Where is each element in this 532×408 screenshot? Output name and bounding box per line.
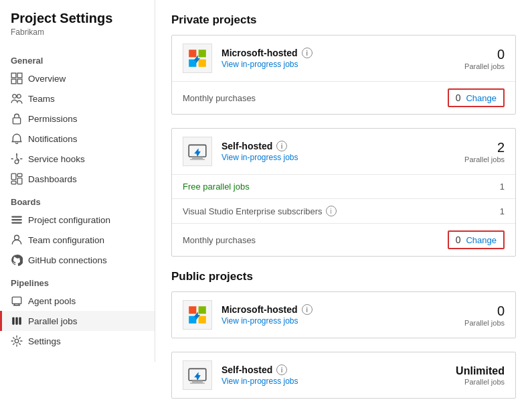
sidebar-item-dashboards[interactable]: Dashboards bbox=[0, 169, 155, 189]
private-microsoft-monthly-value: 0 bbox=[456, 92, 461, 103]
public-microsoft-info-icon[interactable]: i bbox=[302, 304, 313, 315]
private-self-view-link[interactable]: View in-progress jobs bbox=[221, 153, 298, 162]
private-self-vs-value: 1 bbox=[438, 206, 505, 216]
public-self-card: Self-hosted i View in-progress jobs Unli… bbox=[171, 352, 516, 399]
private-microsoft-info-icon[interactable]: i bbox=[302, 48, 313, 58]
sidebar-label-teams: Teams bbox=[28, 94, 55, 104]
sidebar-item-teams[interactable]: Teams bbox=[0, 88, 155, 109]
sidebar-item-service-hooks[interactable]: Service hooks bbox=[0, 149, 155, 169]
private-self-free-label: Free parallel jobs bbox=[183, 182, 438, 192]
sidebar-label-notifications: Notifications bbox=[28, 134, 78, 144]
public-self-stat: Unlimited Parallel jobs bbox=[438, 364, 505, 385]
private-microsoft-label: Parallel jobs bbox=[438, 62, 505, 70]
sidebar-label-github-connections: GitHub connections bbox=[28, 255, 107, 265]
private-self-info-icon[interactable]: i bbox=[276, 141, 287, 151]
private-self-free-value: 1 bbox=[438, 182, 505, 192]
private-microsoft-change-button[interactable]: Change bbox=[466, 93, 497, 103]
private-self-card: Self-hosted i View in-progress jobs 2 Pa… bbox=[171, 128, 516, 257]
sidebar-item-permissions[interactable]: Permissions bbox=[0, 109, 155, 129]
private-self-info: Self-hosted i View in-progress jobs bbox=[221, 141, 438, 162]
private-self-vs-label: Visual Studio Enterprise subscribers i bbox=[183, 206, 438, 216]
svg-rect-16 bbox=[12, 297, 21, 303]
section-general: General bbox=[0, 48, 155, 68]
project-settings-subtitle: Fabrikam bbox=[0, 27, 155, 48]
sidebar-item-project-configuration[interactable]: Project configuration bbox=[0, 210, 155, 230]
private-microsoft-name: Microsoft-hosted bbox=[221, 48, 298, 58]
public-microsoft-name: Microsoft-hosted bbox=[221, 304, 298, 315]
public-microsoft-stat: 0 Parallel jobs bbox=[438, 303, 505, 327]
private-self-monthly-label: Monthly purchases bbox=[183, 235, 448, 245]
private-self-free-row: Free parallel jobs 1 bbox=[172, 175, 515, 199]
private-self-change-button[interactable]: Change bbox=[466, 235, 497, 245]
agent-icon bbox=[11, 295, 23, 307]
sidebar-label-team-configuration: Team configuration bbox=[28, 235, 104, 245]
sidebar: Project Settings Fabrikam General Overvi… bbox=[0, 0, 155, 408]
public-microsoft-label: Parallel jobs bbox=[438, 319, 505, 327]
public-self-label: Parallel jobs bbox=[438, 378, 505, 386]
private-section-title: Private projects bbox=[171, 13, 516, 27]
lock-icon bbox=[11, 113, 23, 125]
private-self-name: Self-hosted bbox=[221, 141, 272, 151]
public-self-info-icon[interactable]: i bbox=[276, 364, 287, 375]
svg-point-20 bbox=[15, 339, 19, 343]
svg-rect-18 bbox=[15, 317, 17, 324]
svg-point-4 bbox=[13, 94, 17, 98]
private-microsoft-stat: 0 Parallel jobs bbox=[438, 46, 505, 70]
sidebar-label-dashboards: Dashboards bbox=[28, 174, 77, 184]
sidebar-item-overview[interactable]: Overview bbox=[0, 68, 155, 88]
sidebar-item-notifications[interactable]: Notifications bbox=[0, 129, 155, 149]
svg-rect-31 bbox=[199, 316, 206, 324]
svg-rect-23 bbox=[189, 60, 196, 67]
svg-rect-9 bbox=[17, 174, 22, 177]
svg-rect-19 bbox=[19, 317, 21, 324]
svg-rect-13 bbox=[11, 219, 22, 220]
private-self-stat: 2 Parallel jobs bbox=[438, 139, 505, 163]
sidebar-item-settings[interactable]: Settings bbox=[0, 331, 155, 351]
sidebar-item-github-connections[interactable]: GitHub connections bbox=[0, 250, 155, 270]
svg-rect-34 bbox=[190, 383, 205, 384]
public-self-icon bbox=[183, 360, 212, 390]
public-self-view-link[interactable]: View in-progress jobs bbox=[221, 377, 298, 386]
svg-rect-21 bbox=[189, 50, 196, 57]
private-microsoft-header-row: Microsoft-hosted i View in-progress jobs… bbox=[172, 36, 515, 82]
private-microsoft-card: Microsoft-hosted i View in-progress jobs… bbox=[171, 35, 516, 115]
svg-rect-1 bbox=[17, 73, 22, 78]
sidebar-label-parallel-jobs: Parallel jobs bbox=[28, 316, 78, 326]
svg-rect-24 bbox=[199, 60, 206, 67]
svg-rect-3 bbox=[17, 79, 22, 84]
svg-rect-11 bbox=[11, 181, 16, 184]
sidebar-item-parallel-jobs[interactable]: Parallel jobs bbox=[0, 311, 155, 331]
sidebar-label-service-hooks: Service hooks bbox=[28, 154, 85, 164]
private-microsoft-view-link[interactable]: View in-progress jobs bbox=[221, 60, 298, 69]
public-self-count: Unlimited bbox=[438, 364, 505, 377]
private-microsoft-icon bbox=[183, 44, 212, 73]
svg-rect-30 bbox=[189, 316, 196, 324]
public-microsoft-card: Microsoft-hosted i View in-progress jobs… bbox=[171, 291, 516, 338]
public-self-name: Self-hosted bbox=[221, 364, 272, 375]
svg-rect-10 bbox=[17, 178, 22, 184]
bell-icon bbox=[11, 133, 23, 145]
private-self-vs-row: Visual Studio Enterprise subscribers i 1 bbox=[172, 199, 515, 224]
private-self-monthly-row: Monthly purchases 0 Change bbox=[172, 224, 515, 256]
github-icon bbox=[11, 254, 23, 266]
svg-rect-6 bbox=[13, 118, 20, 124]
parallel-icon bbox=[11, 315, 23, 327]
private-microsoft-monthly-label: Monthly purchases bbox=[183, 93, 448, 103]
sidebar-item-agent-pools[interactable]: Agent pools bbox=[0, 291, 155, 311]
vs-info-icon[interactable]: i bbox=[326, 206, 337, 216]
private-microsoft-change-group: 0 Change bbox=[448, 88, 505, 107]
section-boards: Boards bbox=[0, 189, 155, 210]
sidebar-label-project-configuration: Project configuration bbox=[28, 215, 110, 225]
public-microsoft-header-row: Microsoft-hosted i View in-progress jobs… bbox=[172, 292, 515, 338]
svg-rect-17 bbox=[12, 317, 14, 324]
svg-rect-22 bbox=[199, 50, 206, 57]
settings-icon bbox=[11, 335, 23, 347]
private-microsoft-info: Microsoft-hosted i View in-progress jobs bbox=[221, 48, 438, 69]
config-icon bbox=[11, 214, 23, 226]
public-microsoft-info: Microsoft-hosted i View in-progress jobs bbox=[221, 304, 438, 326]
private-self-monthly-value: 0 bbox=[456, 234, 461, 245]
grid-icon bbox=[11, 72, 23, 84]
private-self-count: 2 bbox=[438, 139, 505, 155]
sidebar-item-team-configuration[interactable]: Team configuration bbox=[0, 230, 155, 250]
public-microsoft-view-link[interactable]: View in-progress jobs bbox=[221, 316, 298, 326]
